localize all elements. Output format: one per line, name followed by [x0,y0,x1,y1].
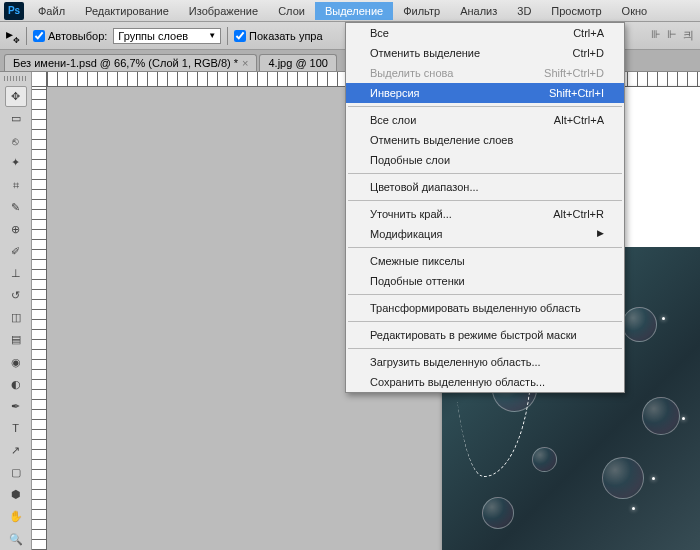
3d-tool[interactable]: ⬢ [5,485,27,505]
move-tool[interactable]: ✥ [5,86,27,106]
document-tab[interactable]: 4.jpg @ 100 [259,54,337,71]
menu-separator [348,321,622,322]
menu-shortcut: Ctrl+A [573,27,604,39]
history-brush-tool[interactable]: ↺ [5,286,27,306]
pen-tool[interactable]: ✒ [5,396,27,416]
menu-item[interactable]: Смежные пикселы [346,251,624,271]
select-menu-dropdown: ВсеCtrl+AОтменить выделениеCtrl+DВыделит… [345,22,625,393]
menu-item[interactable]: Редактировать в режиме быстрой маски [346,325,624,345]
menu-item-label: Все [370,27,389,39]
menu-item-label: Отменить выделение слоев [370,134,513,146]
menu-file[interactable]: Файл [28,2,75,20]
heal-tool[interactable]: ⊕ [5,219,27,239]
menu-item[interactable]: Трансформировать выделенную область [346,298,624,318]
zoom-tool[interactable]: 🔍 [5,529,27,549]
shape-tool[interactable]: ▢ [5,463,27,483]
menu-item: Выделить сноваShift+Ctrl+D [346,63,624,83]
menu-item[interactable]: ВсеCtrl+A [346,23,624,43]
menu-analysis[interactable]: Анализ [450,2,507,20]
brush-tool[interactable]: ✐ [5,241,27,261]
menu-item-label: Модификация [370,228,443,240]
align-icons: ⊪ ⊩ 킈 [651,28,694,43]
menu-item-label: Инверсия [370,87,420,99]
close-icon[interactable]: × [242,57,248,69]
document-tab[interactable]: Без имени-1.psd @ 66,7% (Слой 1, RGB/8) … [4,54,257,71]
divider [227,27,228,45]
menu-item[interactable]: Загрузить выделенную область... [346,352,624,372]
crop-tool[interactable]: ⌗ [5,175,27,195]
autoselect-input[interactable] [33,30,45,42]
menu-item-label: Редактировать в режиме быстрой маски [370,329,577,341]
autoselect-dropdown[interactable]: Группы слоев ▼ [113,28,221,44]
align-icon[interactable]: ⊪ [651,28,661,43]
menu-item[interactable]: Подобные оттенки [346,271,624,291]
autoselect-label: Автовыбор: [48,30,107,42]
menu-item[interactable]: Уточнить край...Alt+Ctrl+R [346,204,624,224]
menu-separator [348,106,622,107]
lasso-tool[interactable]: ⎋ [5,131,27,151]
menu-item-label: Уточнить край... [370,208,452,220]
menu-separator [348,247,622,248]
menu-item[interactable]: ИнверсияShift+Ctrl+I [346,83,624,103]
ruler-corner [32,72,47,87]
gradient-tool[interactable]: ▤ [5,330,27,350]
menu-filter[interactable]: Фильтр [393,2,450,20]
tab-label: 4.jpg @ 100 [268,57,328,69]
stamp-tool[interactable]: ⊥ [5,263,27,283]
menu-item[interactable]: Отменить выделениеCtrl+D [346,43,624,63]
menu-layers[interactable]: Слои [268,2,315,20]
menu-image[interactable]: Изображение [179,2,268,20]
autoselect-checkbox[interactable]: Автовыбор: [33,30,107,42]
panel-grip[interactable] [4,76,28,81]
menu-edit[interactable]: Редактирование [75,2,179,20]
menu-item-label: Отменить выделение [370,47,480,59]
menubar: Ps Файл Редактирование Изображение Слои … [0,0,700,22]
menu-item-label: Сохранить выделенную область... [370,376,545,388]
menu-select[interactable]: Выделение [315,2,393,20]
path-tool[interactable]: ↗ [5,440,27,460]
menu-separator [348,200,622,201]
menu-item[interactable]: Все слоиAlt+Ctrl+A [346,110,624,130]
wand-tool[interactable]: ✦ [5,153,27,173]
menu-item-label: Все слои [370,114,416,126]
ruler-vertical[interactable] [32,87,47,550]
align-icon[interactable]: 킈 [683,28,694,43]
type-tool[interactable]: T [5,418,27,438]
dodge-tool[interactable]: ◐ [5,374,27,394]
show-controls-label: Показать упра [249,30,323,42]
menu-shortcut: Shift+Ctrl+D [544,67,604,79]
app-logo: Ps [4,2,24,20]
menu-3d[interactable]: 3D [507,2,541,20]
menu-view[interactable]: Просмотр [541,2,611,20]
marquee-tool[interactable]: ▭ [5,109,27,129]
menu-item[interactable]: Отменить выделение слоев [346,130,624,150]
menu-shortcut: Alt+Ctrl+R [553,208,604,220]
menu-separator [348,173,622,174]
menu-item[interactable]: Цветовой диапазон... [346,177,624,197]
menu-item-label: Подобные слои [370,154,450,166]
eraser-tool[interactable]: ◫ [5,308,27,328]
menu-item-label: Смежные пикселы [370,255,465,267]
show-controls-input[interactable] [234,30,246,42]
menu-item[interactable]: Сохранить выделенную область... [346,372,624,392]
eyedropper-tool[interactable]: ✎ [5,197,27,217]
menu-item-label: Выделить снова [370,67,453,79]
menu-item[interactable]: Модификация▶ [346,224,624,244]
menu-item-label: Подобные оттенки [370,275,465,287]
move-tool-icon: ▸✥ [6,26,20,45]
menu-window[interactable]: Окно [612,2,658,20]
menu-item[interactable]: Подобные слои [346,150,624,170]
align-icon[interactable]: ⊩ [667,28,677,43]
menu-separator [348,348,622,349]
menu-shortcut: Alt+Ctrl+A [554,114,604,126]
menu-item-label: Загрузить выделенную область... [370,356,541,368]
menu-shortcut: Shift+Ctrl+I [549,87,604,99]
submenu-arrow-icon: ▶ [597,228,604,240]
menu-item-label: Цветовой диапазон... [370,181,479,193]
menu-separator [348,294,622,295]
blur-tool[interactable]: ◉ [5,352,27,372]
tool-panel: ✥ ▭ ⎋ ✦ ⌗ ✎ ⊕ ✐ ⊥ ↺ ◫ ▤ ◉ ◐ ✒ T ↗ ▢ ⬢ ✋ … [0,72,32,550]
show-controls-checkbox[interactable]: Показать упра [234,30,323,42]
hand-tool[interactable]: ✋ [5,507,27,527]
dropdown-value: Группы слоев [118,30,188,42]
